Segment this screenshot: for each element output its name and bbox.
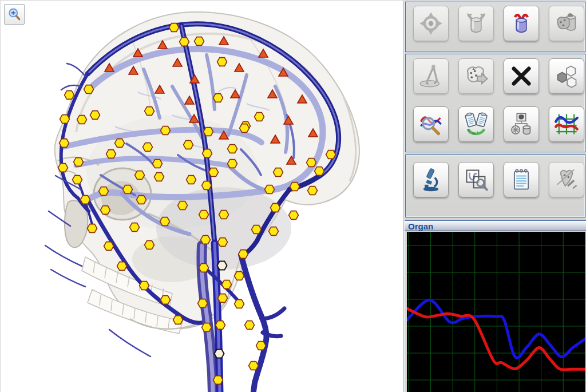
point-marker-hexagon[interactable] bbox=[180, 38, 189, 46]
point-marker-hexagon[interactable] bbox=[65, 91, 74, 100]
delete-x-icon bbox=[509, 64, 534, 89]
point-marker-hexagon[interactable] bbox=[289, 211, 299, 220]
point-marker-hexagon[interactable] bbox=[140, 282, 149, 290]
point-marker-hexagon[interactable] bbox=[213, 376, 223, 385]
point-marker-hexagon[interactable] bbox=[106, 150, 116, 159]
point-marker-hexagon[interactable] bbox=[60, 115, 70, 124]
zoom-in-button[interactable] bbox=[4, 4, 25, 25]
notepad-button[interactable] bbox=[504, 162, 539, 197]
point-marker-hexagon[interactable] bbox=[271, 204, 280, 212]
organ-container-button[interactable] bbox=[549, 6, 584, 41]
point-marker-hexagon[interactable] bbox=[161, 296, 171, 304]
delete-x-button[interactable] bbox=[504, 58, 539, 94]
magnifier-plus-icon bbox=[7, 7, 22, 22]
point-marker-hexagon[interactable] bbox=[74, 158, 84, 167]
waves-graph-button[interactable] bbox=[549, 106, 584, 142]
point-marker-hexagon[interactable] bbox=[178, 201, 188, 210]
point-marker-hexagon[interactable] bbox=[252, 225, 262, 234]
point-marker-selected[interactable] bbox=[217, 262, 227, 270]
point-marker-hexagon[interactable] bbox=[145, 107, 155, 116]
point-marker-hexagon[interactable] bbox=[216, 321, 225, 330]
point-marker-hexagon[interactable] bbox=[115, 139, 125, 148]
point-marker-hexagon[interactable] bbox=[101, 206, 110, 215]
point-marker-hexagon[interactable] bbox=[265, 185, 275, 194]
point-marker-hexagon[interactable] bbox=[88, 224, 97, 233]
point-marker-hexagon[interactable] bbox=[184, 141, 193, 149]
point-marker-hexagon[interactable] bbox=[160, 217, 170, 226]
toolbar-group-middle bbox=[405, 54, 585, 152]
point-marker-hexagon[interactable] bbox=[155, 173, 164, 181]
calipers-button[interactable] bbox=[413, 58, 449, 94]
point-marker-hexagon[interactable] bbox=[202, 323, 212, 332]
point-marker-hexagon[interactable] bbox=[219, 211, 229, 219]
point-marker-hexagon[interactable] bbox=[137, 196, 146, 204]
point-marker-hexagon[interactable] bbox=[104, 242, 114, 251]
point-marker-hexagon[interactable] bbox=[217, 58, 227, 66]
point-marker-hexagon[interactable] bbox=[60, 139, 69, 148]
point-marker-hexagon[interactable] bbox=[235, 300, 244, 308]
etalon-organ-button[interactable] bbox=[458, 58, 494, 94]
point-marker-hexagon[interactable] bbox=[77, 116, 87, 124]
point-marker-hexagon[interactable] bbox=[84, 85, 94, 94]
point-marker-hexagon[interactable] bbox=[58, 164, 68, 172]
point-marker-hexagon[interactable] bbox=[307, 159, 316, 167]
point-marker-hexagon[interactable] bbox=[315, 167, 324, 176]
point-marker-hexagon[interactable] bbox=[153, 160, 163, 168]
point-marker-hexagon[interactable] bbox=[245, 321, 255, 330]
point-marker-hexagon[interactable] bbox=[235, 272, 244, 280]
heart-analysis-button[interactable] bbox=[549, 162, 584, 197]
application-window: Organ bbox=[0, 0, 586, 392]
point-marker-hexagon[interactable] bbox=[228, 145, 237, 153]
point-marker-hexagon[interactable] bbox=[201, 236, 211, 244]
point-marker-hexagon[interactable] bbox=[130, 223, 140, 232]
point-marker-hexagon[interactable] bbox=[195, 37, 204, 46]
import-container-button[interactable] bbox=[504, 6, 539, 41]
hexagon-cells-button[interactable] bbox=[549, 58, 584, 94]
point-marker-hexagon[interactable] bbox=[161, 126, 171, 135]
spectrum-magnifier-button[interactable] bbox=[413, 106, 449, 142]
point-marker-hexagon[interactable] bbox=[81, 196, 90, 204]
point-marker-hexagon[interactable] bbox=[117, 262, 127, 271]
point-marker-hexagon[interactable] bbox=[255, 113, 264, 121]
point-marker-hexagon[interactable] bbox=[90, 111, 100, 120]
point-marker-hexagon[interactable] bbox=[274, 168, 283, 177]
point-marker-hexagon[interactable] bbox=[204, 128, 213, 136]
point-marker-hexagon[interactable] bbox=[256, 342, 266, 350]
point-marker-hexagon[interactable] bbox=[249, 362, 259, 370]
export-container-button[interactable] bbox=[458, 6, 494, 41]
point-marker-hexagon[interactable] bbox=[143, 143, 153, 152]
compare-frames-button[interactable] bbox=[458, 162, 494, 197]
point-marker-hexagon[interactable] bbox=[203, 149, 212, 158]
point-marker-hexagon[interactable] bbox=[169, 23, 179, 32]
point-marker-hexagon[interactable] bbox=[135, 171, 145, 180]
point-marker-hexagon[interactable] bbox=[269, 227, 279, 236]
point-marker-hexagon[interactable] bbox=[199, 264, 209, 272]
point-marker-hexagon[interactable] bbox=[145, 241, 155, 250]
crosshair-target-button[interactable] bbox=[413, 6, 449, 41]
point-marker-hexagon[interactable] bbox=[239, 250, 248, 259]
microscope-button[interactable] bbox=[413, 162, 449, 197]
point-marker-hexagon[interactable] bbox=[173, 316, 183, 324]
point-marker-hexagon[interactable] bbox=[218, 238, 228, 247]
compare-clipboards-icon bbox=[464, 112, 489, 137]
point-marker-hexagon[interactable] bbox=[290, 183, 300, 191]
point-marker-hexagon[interactable] bbox=[187, 176, 196, 184]
point-marker-hexagon[interactable] bbox=[218, 294, 228, 303]
process-flow-button[interactable] bbox=[504, 106, 539, 142]
point-marker-hexagon[interactable] bbox=[73, 176, 82, 184]
point-marker-hexagon[interactable] bbox=[199, 211, 209, 219]
point-marker-hexagon[interactable] bbox=[123, 185, 133, 194]
point-marker-hexagon[interactable] bbox=[308, 187, 318, 195]
point-marker-hexagon[interactable] bbox=[99, 187, 109, 196]
point-marker-hexagon[interactable] bbox=[213, 94, 223, 102]
point-marker-hexagon[interactable] bbox=[326, 151, 336, 159]
compare-clipboards-button[interactable] bbox=[458, 106, 494, 142]
point-marker-hexagon[interactable] bbox=[222, 280, 232, 289]
point-marker-hexagon[interactable] bbox=[228, 160, 237, 168]
point-marker-selected[interactable] bbox=[215, 350, 224, 358]
point-marker-hexagon[interactable] bbox=[209, 168, 219, 177]
point-marker-hexagon[interactable] bbox=[198, 299, 208, 308]
anatomy-view[interactable] bbox=[1, 1, 403, 392]
point-marker-hexagon[interactable] bbox=[240, 124, 250, 133]
point-marker-hexagon[interactable] bbox=[202, 181, 212, 190]
